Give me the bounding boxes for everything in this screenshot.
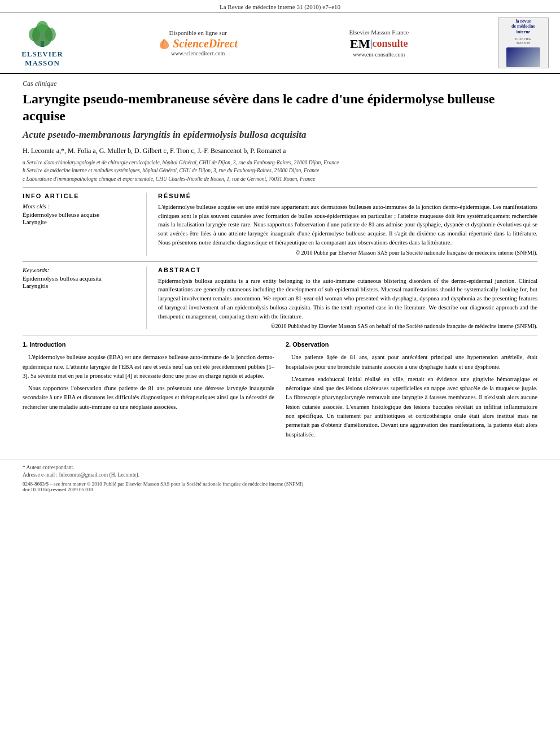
body-section: 1. Introduction L'épidermolyse bulleuse … (23, 340, 537, 442)
em-brand: EM (350, 37, 370, 51)
affiliation-c: c Laboratoire d'immunopathologie cliniqu… (23, 175, 537, 183)
abstract-keywords-col: Keywords: Epidermolysis bullosa acquisit… (23, 267, 147, 330)
sciencedirect-icon (158, 38, 170, 50)
masson-label: MASSON (25, 59, 60, 68)
affiliation-b: b Service de médecine interne et maladie… (23, 167, 537, 174)
keyword-1: Épidermolyse bulleuse acquise (23, 211, 135, 218)
introduction-col: 1. Introduction L'épidermolyse bulleuse … (23, 340, 274, 442)
article-title-english: Acute pseudo-membranous laryngitis in ep… (23, 129, 537, 141)
resume-col: RÉSUMÉ L'épidermolyse bulleuse acquise e… (147, 193, 537, 256)
intro-para-2: Nous rapportons l'observation d'une pati… (23, 384, 274, 412)
footer-doi: doi:10.1016/j.revmed.2009.05.010 (23, 487, 537, 492)
abstract-text-col: ABSTRACT Epidermolysis bullosa acquisita… (147, 267, 537, 330)
em-url: www.em-consulte.com (353, 51, 405, 58)
authors-line: H. Lecomte a,*, M. Folia a, G. Muller b,… (23, 147, 537, 155)
resume-copyright: © 2010 Publié par Elsevier Masson SAS po… (158, 250, 537, 256)
observation-col: 2. Observation Une patiente âgée de 81 a… (286, 340, 537, 442)
affiliation-a: a Service d'oto-rhinolaryngologie et de … (23, 159, 537, 167)
revue-cover: la revuede médecineinterne ELSEVIERMASSO… (498, 18, 549, 68)
abstract-section: Keywords: Epidermolysis bullosa acquisit… (23, 267, 537, 330)
sciencedirect-logo: Disponible en ligne sur ScienceDirect ww… (136, 29, 260, 56)
introduction-heading: 1. Introduction (23, 340, 274, 350)
info-article-label: INFO ARTICLE (23, 193, 135, 199)
section-label: Cas clinique (23, 80, 537, 88)
abstract-text: Epidermolysis bullosa acquisita is a rar… (158, 277, 537, 321)
journal-header: La Revue de médecine interne 31 (2010) e… (0, 0, 560, 13)
main-content: Cas clinique Laryngite pseudo-membraneus… (0, 74, 560, 454)
header-logos: ELSEVIER MASSON Disponible en ligne sur … (0, 13, 560, 74)
divider-1 (23, 187, 537, 188)
em-consulte: consulte (373, 38, 408, 50)
obs-para-2: L'examen endobuccal initial réalisé en v… (286, 375, 537, 439)
keyword-en-1: Epidermolysis bullosa acquisita (23, 275, 135, 282)
page: La Revue de médecine interne 31 (2010) e… (0, 0, 560, 747)
affiliations: a Service d'oto-rhinolaryngologie et de … (23, 159, 537, 183)
elsevier-masson-logo: ELSEVIER MASSON (11, 19, 73, 68)
footnote-email: Adresse e-mail : lnlecomte@gmail.com (H.… (23, 472, 537, 478)
intro-para-1: L'épidermolyse bulleuse acquise (EBA) es… (23, 353, 274, 381)
elsevier-label: ELSEVIER (21, 50, 63, 59)
keyword-en-2: Laryngitis (23, 282, 135, 289)
em-title: Elsevier Masson France (349, 29, 409, 36)
mots-cles-label: Mots clés : (23, 203, 135, 209)
article-title-french: Laryngite pseudo-membraneuse sévère dans… (23, 90, 537, 124)
info-article-col: INFO ARTICLE Mots clés : Épidermolyse bu… (23, 193, 147, 256)
journal-title: La Revue de médecine interne 31 (2010) e… (220, 3, 340, 10)
resume-text: L'épidermolyse bulleuse acquise est une … (158, 203, 537, 247)
sd-disponible: Disponible en ligne sur (169, 29, 226, 36)
footer: * Auteur correspondant. Adresse e-mail :… (0, 460, 560, 498)
keywords-label: Keywords: (23, 267, 135, 273)
keyword-2: Laryngite (23, 219, 135, 225)
divider-3 (23, 335, 537, 335)
footer-issn: 0248-8663/$ – see front matter © 2010 Pu… (23, 481, 537, 487)
resume-label: RÉSUMÉ (158, 193, 537, 199)
divider-2 (23, 261, 537, 262)
emconsulte-logo: Elsevier Masson France EM | consulte www… (322, 29, 435, 58)
abstract-label: ABSTRACT (158, 267, 537, 273)
footnote-asterisk: * Auteur correspondant. (23, 465, 537, 470)
info-resume-section: INFO ARTICLE Mots clés : Épidermolyse bu… (23, 193, 537, 256)
svg-point-4 (37, 21, 48, 32)
sciencedirect-name: ScienceDirect (173, 37, 237, 50)
obs-para-1: Une patiente âgée de 81 ans, ayant pour … (286, 353, 537, 372)
abstract-copyright: ©2010 Published by Elsevier Masson SAS o… (158, 323, 537, 329)
sd-url: www.sciencedirect.com (171, 50, 225, 56)
observation-heading: 2. Observation (286, 340, 537, 350)
elsevier-tree-icon (25, 19, 59, 50)
revue-title: la revuede médecineinterne (506, 19, 540, 35)
